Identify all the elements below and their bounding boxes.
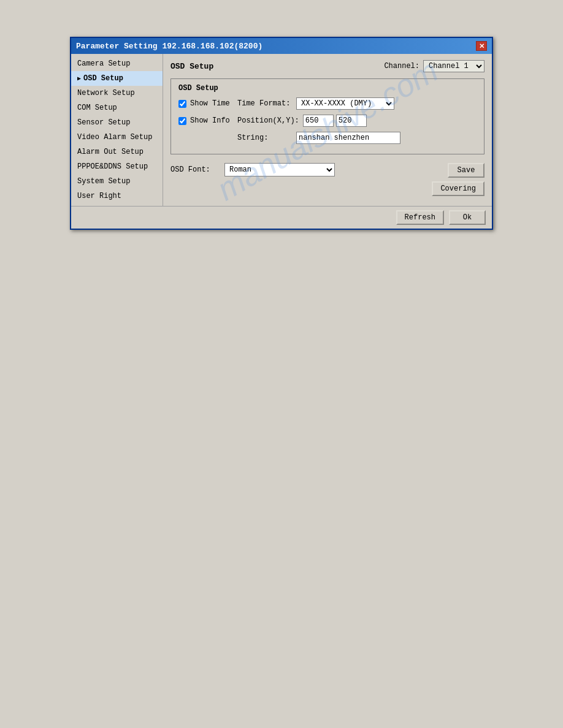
channel-label: Channel:	[384, 62, 419, 70]
sidebar: Camera Setup ▶ OSD Setup Network Setup C…	[71, 54, 163, 206]
sidebar-label: Network Setup	[77, 89, 135, 97]
title-bar: Parameter Setting 192.168.168.102(8200) …	[71, 38, 492, 54]
sidebar-item-camera-setup[interactable]: Camera Setup	[71, 56, 163, 71]
show-time-label: Show Time	[178, 99, 234, 108]
osd-font-label: OSD Font:	[170, 165, 220, 174]
sidebar-label: System Setup	[77, 177, 130, 186]
sidebar-item-osd-setup[interactable]: ▶ OSD Setup	[71, 71, 163, 86]
osd-font-row: OSD Font: Roman	[170, 163, 335, 176]
window-body: Camera Setup ▶ OSD Setup Network Setup C…	[71, 54, 492, 229]
main-window: Parameter Setting 192.168.168.102(8200) …	[70, 37, 493, 230]
sidebar-item-pppoe-ddns-setup[interactable]: PPPOE&DDNS Setup	[71, 159, 163, 174]
sidebar-label: OSD Setup	[83, 74, 123, 83]
sidebar-label: User Right	[77, 192, 121, 200]
time-format-select[interactable]: XX-XX-XXXX (DMY)	[296, 97, 394, 110]
show-info-row: Show Info Position(X,Y):	[178, 115, 477, 127]
position-xy	[303, 115, 367, 127]
sidebar-label: Sensor Setup	[77, 118, 130, 127]
sidebar-label: COM Setup	[77, 104, 117, 112]
sidebar-label: Camera Setup	[77, 59, 130, 68]
show-time-row: Show Time Time Format: XX-XX-XXXX (DMY)	[178, 97, 477, 110]
sidebar-item-sensor-setup[interactable]: Sensor Setup	[71, 115, 163, 130]
string-row: String:	[178, 132, 477, 144]
sidebar-item-alarm-out-setup[interactable]: Alarm Out Setup	[71, 145, 163, 159]
covering-button[interactable]: Covering	[432, 181, 484, 196]
position-y-input[interactable]	[336, 115, 367, 127]
position-x-input[interactable]	[303, 115, 334, 127]
save-button[interactable]: Save	[448, 163, 484, 178]
ok-button[interactable]: Ok	[449, 210, 486, 225]
string-label: String:	[237, 134, 293, 142]
osd-font-select[interactable]: Roman	[224, 163, 335, 176]
osd-setup-box: OSD Setup Show Time Time Format: XX-XX-X…	[170, 78, 484, 154]
string-input[interactable]	[296, 132, 400, 144]
main-area: Camera Setup ▶ OSD Setup Network Setup C…	[71, 54, 492, 206]
bottom-bar: Refresh Ok	[71, 206, 492, 229]
sidebar-label: Video Alarm Setup	[77, 133, 152, 142]
osd-setup-legend: OSD Setup	[178, 84, 477, 93]
channel-select[interactable]: Channel 1	[423, 60, 484, 72]
sidebar-label: PPPOE&DDNS Setup	[77, 162, 148, 171]
sidebar-item-user-right[interactable]: User Right	[71, 189, 163, 203]
channel-row: Channel: Channel 1	[384, 60, 484, 72]
position-label: Position(X,Y):	[237, 116, 299, 125]
content-title: OSD Setup	[170, 62, 213, 71]
sidebar-item-video-alarm-setup[interactable]: Video Alarm Setup	[71, 130, 163, 145]
window-title: Parameter Setting 192.168.168.102(8200)	[76, 42, 262, 51]
sidebar-label: Alarm Out Setup	[77, 148, 144, 156]
sidebar-item-com-setup[interactable]: COM Setup	[71, 100, 163, 115]
show-info-checkbox[interactable]	[178, 117, 186, 125]
content-area: manualshive.com OSD Setup Channel: Chann…	[163, 54, 492, 206]
show-time-checkbox[interactable]	[178, 100, 186, 108]
time-format-label: Time Format:	[237, 99, 293, 108]
save-covering-area: Save Covering	[432, 163, 484, 196]
close-button[interactable]: ✕	[476, 41, 487, 51]
show-info-label: Show Info	[178, 116, 234, 125]
refresh-button[interactable]: Refresh	[396, 210, 444, 225]
sidebar-item-system-setup[interactable]: System Setup	[71, 174, 163, 189]
sidebar-item-network-setup[interactable]: Network Setup	[71, 86, 163, 100]
content-header: OSD Setup Channel: Channel 1	[170, 60, 484, 72]
arrow-icon: ▶	[77, 75, 81, 82]
